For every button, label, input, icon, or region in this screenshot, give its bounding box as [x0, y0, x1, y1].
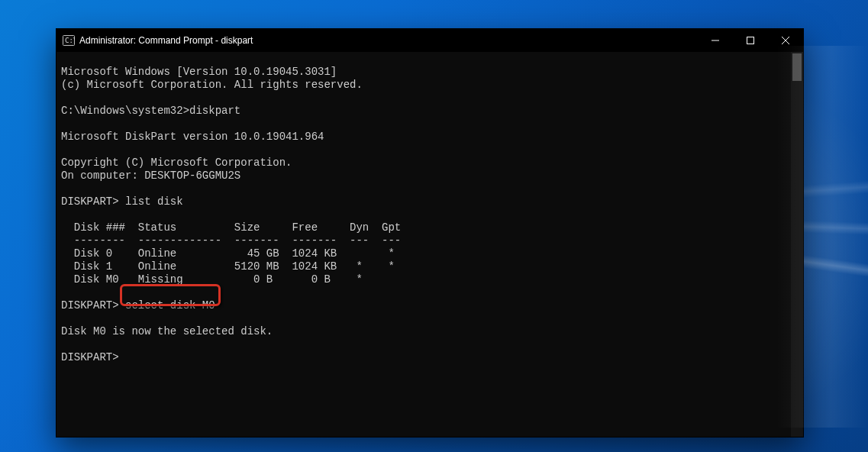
- close-button[interactable]: [768, 29, 803, 52]
- svg-rect-2: [747, 37, 754, 44]
- window-client-area: Microsoft Windows [Version 10.0.19045.30…: [56, 52, 803, 437]
- maximize-button[interactable]: [733, 29, 768, 52]
- svg-text:C:\: C:\: [65, 37, 75, 44]
- desktop-wallpaper: C:\ Administrator: Command Prompt - disk…: [0, 0, 868, 452]
- cmd-icon: C:\: [63, 34, 75, 47]
- minimize-button[interactable]: [698, 29, 733, 52]
- titlebar[interactable]: C:\ Administrator: Command Prompt - disk…: [56, 29, 803, 52]
- command-prompt-window: C:\ Administrator: Command Prompt - disk…: [56, 28, 804, 437]
- console-output[interactable]: Microsoft Windows [Version 10.0.19045.30…: [56, 63, 791, 426]
- scrollbar-thumb[interactable]: [792, 53, 802, 81]
- window-title: Administrator: Command Prompt - diskpart: [79, 35, 698, 46]
- window-controls: [698, 29, 803, 52]
- vertical-scrollbar[interactable]: [791, 52, 803, 437]
